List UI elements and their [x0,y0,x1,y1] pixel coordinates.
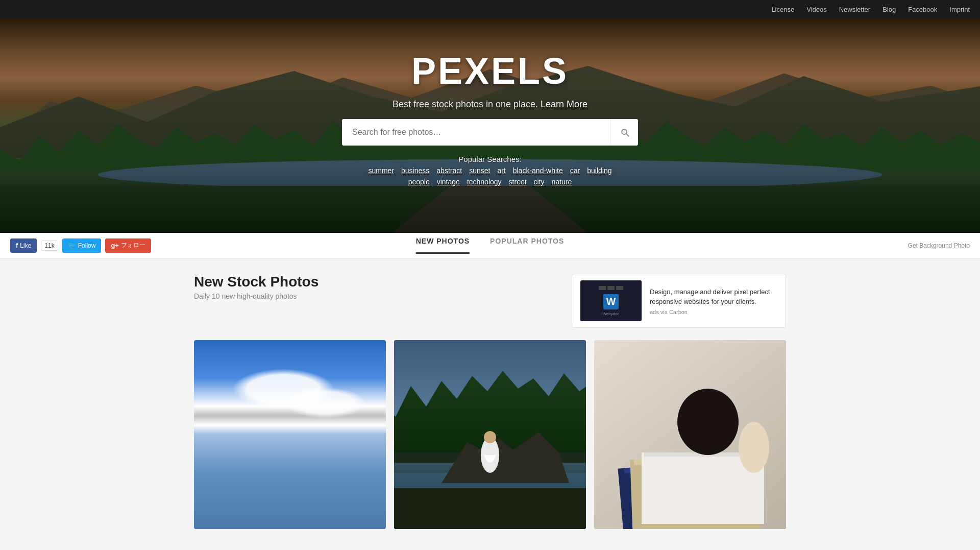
svg-point-2 [481,437,499,473]
tag-business[interactable]: business [401,166,429,175]
search-icon [620,127,630,137]
section-info: New Stock Photos Daily 10 new high-quali… [194,274,318,300]
photo-column-3: KIN [594,340,786,529]
ad-toolbar-btn [616,286,623,290]
svg-text:KIN: KIN [646,482,678,504]
tag-sunset[interactable]: sunset [469,166,490,175]
svg-rect-8 [634,456,756,465]
hero-section: PEXELS Best free stock photos in one pla… [0,18,980,233]
get-background-photo-link[interactable]: Get Background Photo [908,242,970,249]
svg-rect-0 [394,340,586,529]
tag-people[interactable]: people [408,178,430,186]
lake-scene-svg [394,340,586,529]
newsletter-link[interactable]: Newsletter [839,6,870,13]
license-link[interactable]: License [771,6,794,13]
twitter-follow-button[interactable]: 🐦 Follow [62,238,102,253]
learn-more-link[interactable]: Learn More [541,99,587,109]
ad-toolbar-btn [607,286,615,290]
hero-content: PEXELS Best free stock photos in one pla… [0,50,980,201]
tab-new-photos[interactable]: NEW PHOTOS [416,237,470,254]
photo-card-clouds[interactable] [194,340,386,529]
tag-abstract[interactable]: abstract [436,166,462,175]
facebook-link[interactable]: Facebook [908,6,937,13]
svg-rect-11 [644,452,762,457]
search-tags-row2: people vintage technology street city na… [408,178,572,186]
search-input[interactable] [342,119,610,146]
main-content: New Stock Photos Daily 10 new high-quali… [184,274,796,529]
section-subtitle: Daily 10 new high-quality photos [194,292,318,300]
cloud-2 [285,388,366,418]
tag-black-and-white[interactable]: black-and-white [513,166,563,175]
photo-column-2 [394,340,586,529]
photo-card-lake[interactable] [394,340,586,529]
hero-subtitle: Best free stock photos in one place. Lea… [393,99,587,110]
ad-brand-name: Webydoc [602,312,619,316]
like-count: 11k [41,241,58,251]
photo-column-1 [194,340,386,529]
popular-searches-label: Popular Searches: [458,155,521,163]
imprint-link[interactable]: Imprint [949,6,970,13]
magazines-scene-svg: KIN [594,340,786,529]
ad-image: W Webydoc [580,280,642,321]
photo-grid: KIN [194,340,786,529]
svg-point-13 [739,422,769,473]
tabs: NEW PHOTOS POPULAR PHOTOS [416,237,565,254]
popular-searches: Popular Searches: summer business abstra… [368,155,611,186]
ad-toolbar [599,286,623,290]
top-navigation: License Videos Newsletter Blog Facebook … [0,0,980,18]
blog-link[interactable]: Blog [883,6,896,13]
gp-icon: g+ [111,242,119,249]
gp-follow-label: フォロー [121,241,145,250]
fb-icon: f [16,242,18,249]
tab-bar: f Like 11k 🐦 Follow g+ フォロー NEW PHOTOS P… [0,233,980,258]
ad-banner: W Webydoc Design, manage and deliver pix… [572,274,786,328]
ad-toolbar-btn [599,286,606,290]
tag-vintage[interactable]: vintage [437,178,460,186]
tw-icon: 🐦 [68,242,76,249]
search-bar [342,119,638,146]
svg-rect-4 [594,340,786,529]
svg-rect-10 [642,452,764,524]
content-header: New Stock Photos Daily 10 new high-quali… [194,274,786,328]
ad-text: Design, manage and deliver pixel perfect… [650,287,777,307]
tag-nature[interactable]: nature [552,178,572,186]
tag-building[interactable]: building [587,166,611,175]
svg-point-12 [677,389,739,455]
photo-card-magazines[interactable]: KIN [594,340,786,529]
tag-technology[interactable]: technology [467,178,502,186]
tag-street[interactable]: street [509,178,527,186]
videos-link[interactable]: Videos [806,6,827,13]
ad-w-logo: W [603,294,619,309]
social-buttons: f Like 11k 🐦 Follow g+ フォロー [10,238,151,253]
svg-rect-6 [624,457,751,473]
cloud-1 [232,369,334,410]
tag-car[interactable]: car [570,166,580,175]
tag-art[interactable]: art [497,166,505,175]
svg-point-3 [484,431,496,443]
ad-text-container: Design, manage and deliver pixel perfect… [650,287,777,315]
search-tags-row1: summer business abstract sunset art blac… [368,166,611,175]
ad-credit: ads via Carbon [650,309,777,315]
facebook-like-button[interactable]: f Like [10,238,37,253]
search-button[interactable] [610,119,638,146]
site-title: PEXELS [411,50,569,92]
svg-rect-7 [630,456,760,529]
svg-rect-1 [394,488,586,529]
section-title: New Stock Photos [194,274,318,290]
tw-follow-label: Follow [78,242,96,249]
tab-popular-photos[interactable]: POPULAR PHOTOS [490,237,564,254]
fb-like-label: Like [20,242,31,249]
googleplus-button[interactable]: g+ フォロー [105,238,151,253]
tag-city[interactable]: city [534,178,545,186]
svg-rect-5 [618,457,757,529]
tag-summer[interactable]: summer [368,166,394,175]
